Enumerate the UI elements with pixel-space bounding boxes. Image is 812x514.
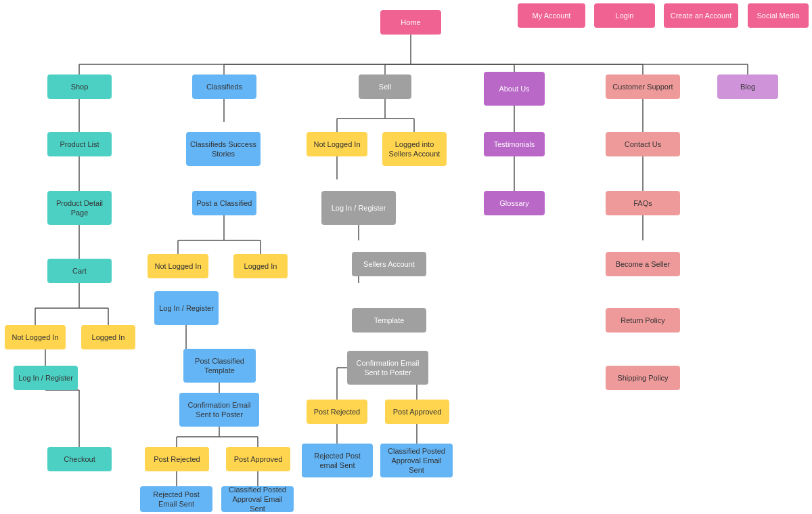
sell-login-register-node: Log In / Register — [321, 191, 396, 225]
product-detail-node: Product Detail Page — [47, 191, 112, 225]
glossary-node: Glossary — [484, 191, 545, 215]
checkout-node: Checkout — [47, 447, 112, 471]
my-account-node: My Account — [518, 3, 585, 28]
post-classified-node: Post a Classified — [192, 191, 256, 215]
customer-support-node: Customer Support — [606, 74, 680, 99]
post-logged-node: Logged In — [233, 254, 288, 278]
product-list-node: Product List — [47, 132, 112, 156]
about-us-node: About Us — [484, 72, 545, 106]
sell-not-logged-node: Not Logged In — [307, 132, 367, 156]
post-post-rejected-node: Post Rejected — [145, 447, 209, 471]
sell-confirm-email-node: Confirmation Email Sent to Poster — [347, 351, 428, 385]
post-not-logged-node: Not Logged In — [148, 254, 208, 278]
return-policy-node: Return Policy — [606, 308, 680, 333]
blog-node: Blog — [717, 74, 778, 99]
cart-node: Cart — [47, 259, 112, 283]
login-node: Login — [594, 3, 655, 28]
create-account-node: Create an Account — [664, 3, 738, 28]
post-approved-email-node: Classified Posted Approval Email Sent — [221, 486, 294, 512]
social-media-node: Social Media — [748, 3, 809, 28]
post-classified-template-node: Post Classified Template — [183, 349, 256, 383]
post-confirm-email-node: Confirmation Email Sent to Poster — [179, 393, 259, 427]
cart-login-register-node: Log In / Register — [14, 366, 78, 390]
sell-post-rejected-node: Post Rejected — [307, 400, 367, 424]
faqs-node: FAQs — [606, 191, 680, 215]
cart-logged-node: Logged In — [81, 325, 135, 349]
sell-rejected-email-node: Rejected Post email Sent — [302, 444, 373, 477]
sell-sellers-account-node: Sellers Account — [352, 252, 426, 276]
classifieds-node: Classifieds — [192, 74, 256, 99]
home-node: Home — [380, 10, 441, 35]
shop-node: Shop — [47, 74, 112, 99]
testimonials-node: Testimonials — [484, 132, 545, 156]
classifieds-success-node: Classifieds Success Stories — [186, 132, 261, 166]
become-seller-node: Become a Seller — [606, 252, 680, 276]
post-rejected-email-node: Rejected Post Email Sent — [140, 486, 212, 512]
sell-post-approved-node: Post Approved — [385, 400, 449, 424]
sell-approved-email-node: Classified Posted Approval Email Sent — [380, 444, 453, 477]
sell-logged-node: Logged into Sellers Account — [382, 132, 447, 166]
cart-not-logged-node: Not Logged In — [5, 325, 66, 349]
post-login-register-node: Log In / Register — [154, 291, 219, 325]
canvas: Home My Account Login Create an Account … — [0, 0, 812, 514]
shipping-policy-node: Shipping Policy — [606, 366, 680, 390]
contact-us-node: Contact Us — [606, 132, 680, 156]
post-post-approved-node: Post Approved — [226, 447, 290, 471]
sell-template-node: Template — [352, 308, 426, 333]
sell-node: Sell — [359, 74, 411, 99]
